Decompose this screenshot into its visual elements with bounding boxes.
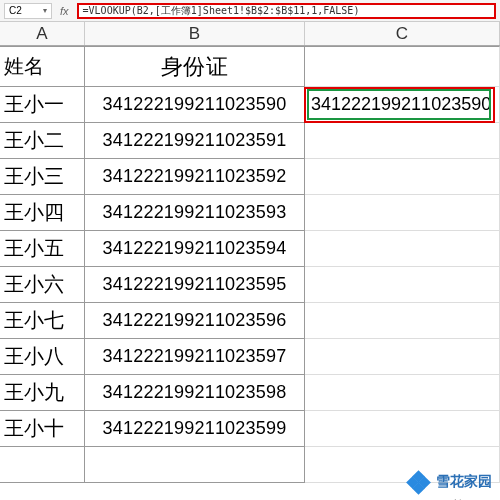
header-name[interactable]: 姓名 <box>0 46 85 87</box>
table-row: 王小四341222199211023593 <box>0 195 500 231</box>
table-row: 王小十341222199211023599 <box>0 411 500 447</box>
table-header-row: 姓名 身份证 <box>0 46 500 87</box>
column-headers: A B C <box>0 22 500 46</box>
table-row: 王小一341222199211023590341222199211023590 <box>0 87 500 123</box>
table-row: 王小五341222199211023594 <box>0 231 500 267</box>
header-id[interactable]: 身份证 <box>85 46 305 87</box>
fx-icon[interactable]: fx <box>60 5 69 17</box>
col-header-c[interactable]: C <box>305 22 500 45</box>
cell-c1[interactable] <box>305 46 500 87</box>
formula-text: =VLOOKUP(B2,[工作簿1]Sheet1!$B$2:$B$11,1,FA… <box>83 4 360 18</box>
snowflake-icon <box>406 470 430 494</box>
watermark: 雪花家园 <box>406 470 492 494</box>
watermark-text: 雪花家园 <box>436 473 492 491</box>
col-header-a[interactable]: A <box>0 22 85 45</box>
table-row: 王小六341222199211023595 <box>0 267 500 303</box>
col-header-b[interactable]: B <box>85 22 305 45</box>
table-row: 王小七341222199211023596 <box>0 303 500 339</box>
chevron-down-icon: ▾ <box>43 6 47 15</box>
table-row: 王小二341222199211023591 <box>0 123 500 159</box>
table-row: 王小八341222199211023597 <box>0 339 500 375</box>
cell-c2[interactable]: 341222199211023590 <box>305 87 500 123</box>
formula-bar: C2 ▾ fx =VLOOKUP(B2,[工作簿1]Sheet1!$B$2:$B… <box>0 0 500 22</box>
table-row: 王小三341222199211023592 <box>0 159 500 195</box>
formula-input[interactable]: =VLOOKUP(B2,[工作簿1]Sheet1!$B$2:$B$11,1,FA… <box>77 3 496 19</box>
table-row: 王小九341222199211023598 <box>0 375 500 411</box>
spreadsheet-grid[interactable]: 姓名 身份证 王小一341222199211023590341222199211… <box>0 46 500 483</box>
name-box-value: C2 <box>9 5 22 16</box>
name-box[interactable]: C2 ▾ <box>4 3 52 19</box>
